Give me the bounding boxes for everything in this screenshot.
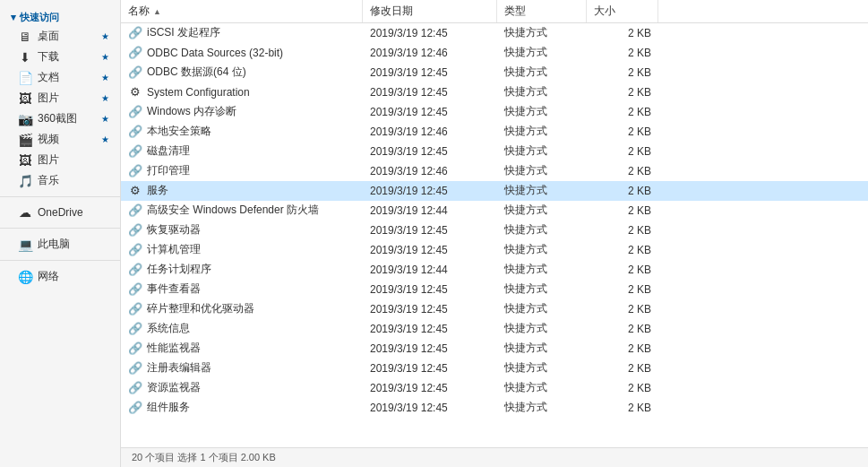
- sidebar-item-icon-3: 🖼: [18, 91, 32, 106]
- file-type-cell: 快捷方式: [497, 143, 587, 159]
- table-row[interactable]: 🔗 计算机管理 2019/3/19 12:45 快捷方式 2 KB: [121, 240, 868, 260]
- table-row[interactable]: 🔗 碎片整理和优化驱动器 2019/3/19 12:45 快捷方式 2 KB: [121, 299, 868, 319]
- col-header-name[interactable]: 名称 ▲: [121, 0, 363, 22]
- file-size-cell: 2 KB: [587, 27, 658, 39]
- table-row[interactable]: ⚙ System Configuration 2019/3/19 12:45 快…: [121, 82, 868, 102]
- file-type-cell: 快捷方式: [497, 203, 587, 218]
- file-date-cell: 2019/3/19 12:45: [363, 106, 497, 118]
- file-name: 高级安全 Windows Defender 防火墙: [147, 203, 319, 218]
- file-date-cell: 2019/3/19 12:45: [363, 224, 497, 237]
- sidebar-item-icon-0: 🖥: [18, 30, 32, 44]
- file-name-cell: 🔗 系统信息: [121, 321, 363, 336]
- sidebar-item-onedrive[interactable]: ☁ OneDrive: [0, 203, 120, 222]
- file-date-cell: 2019/3/19 12:45: [363, 244, 497, 256]
- table-row[interactable]: 🔗 打印管理 2019/3/19 12:46 快捷方式 2 KB: [121, 161, 868, 181]
- col-name-label: 名称: [128, 4, 150, 19]
- table-row[interactable]: 🔗 任务计划程序 2019/3/19 12:44 快捷方式 2 KB: [121, 260, 868, 280]
- table-row[interactable]: 🔗 事件查看器 2019/3/19 12:45 快捷方式 2 KB: [121, 280, 868, 299]
- table-row[interactable]: 🔗 Windows 内存诊断 2019/3/19 12:45 快捷方式 2 KB: [121, 102, 868, 122]
- table-row[interactable]: 🔗 ODBC 数据源(64 位) 2019/3/19 12:45 快捷方式 2 …: [121, 63, 868, 82]
- sidebar-item-4[interactable]: 📷 360截图 ★: [0, 108, 120, 129]
- file-name-cell: 🔗 性能监视器: [121, 341, 363, 356]
- file-date-cell: 2019/3/19 12:44: [363, 204, 497, 217]
- file-date-cell: 2019/3/19 12:46: [363, 165, 497, 177]
- table-row[interactable]: 🔗 系统信息 2019/3/19 12:45 快捷方式 2 KB: [121, 319, 868, 339]
- file-name-cell: 🔗 注册表编辑器: [121, 360, 363, 376]
- table-row[interactable]: 🔗 注册表编辑器 2019/3/19 12:45 快捷方式 2 KB: [121, 359, 868, 378]
- file-size-cell: 2 KB: [587, 204, 658, 217]
- file-type-cell: 快捷方式: [497, 25, 587, 40]
- file-name-cell: 🔗 ODBC Data Sources (32-bit): [121, 46, 363, 60]
- file-icon: 🔗: [128, 361, 142, 376]
- sidebar-item-7[interactable]: 🎵 音乐: [0, 170, 120, 191]
- file-date-cell: 2019/3/19 12:45: [363, 145, 497, 158]
- onedrive-label: OneDrive: [38, 206, 83, 219]
- pin-icon: ★: [101, 114, 109, 124]
- table-row[interactable]: 🔗 资源监视器 2019/3/19 12:45 快捷方式 2 KB: [121, 378, 868, 398]
- file-size-cell: 2 KB: [587, 224, 658, 237]
- file-size-cell: 2 KB: [587, 125, 658, 138]
- network-label: 网络: [38, 269, 59, 284]
- file-size-cell: 2 KB: [587, 264, 658, 276]
- quick-access-header[interactable]: ▾ 快速访问: [0, 7, 120, 26]
- table-row[interactable]: 🔗 恢复驱动器 2019/3/19 12:45 快捷方式 2 KB: [121, 221, 868, 240]
- file-icon: ⚙: [128, 184, 142, 198]
- file-name: 碎片整理和优化驱动器: [147, 301, 254, 316]
- pin-icon: ★: [101, 52, 109, 62]
- table-row[interactable]: ⚙ 服务 2019/3/19 12:45 快捷方式 2 KB: [121, 181, 868, 201]
- file-type-cell: 快捷方式: [497, 281, 587, 297]
- file-size-cell: 2 KB: [587, 342, 658, 355]
- file-date-cell: 2019/3/19 12:45: [363, 27, 497, 39]
- table-row[interactable]: 🔗 磁盘清理 2019/3/19 12:45 快捷方式 2 KB: [121, 142, 868, 161]
- col-header-size[interactable]: 大小: [587, 0, 658, 22]
- file-name: 资源监视器: [147, 380, 201, 395]
- sidebar-item-0[interactable]: 🖥 桌面 ★: [0, 26, 120, 47]
- pin-icon: ★: [101, 31, 109, 41]
- sidebar-item-network[interactable]: 🌐 网络: [0, 266, 120, 287]
- file-date-cell: 2019/3/19 12:45: [363, 283, 497, 296]
- main-content: 名称 ▲ 修改日期 类型 大小 🔗 iSCSI 发起程序 2019/3/19 1…: [121, 0, 868, 467]
- col-date-label: 修改日期: [370, 4, 413, 19]
- table-row[interactable]: 🔗 高级安全 Windows Defender 防火墙 2019/3/19 12…: [121, 201, 868, 221]
- sidebar-item-icon-2: 📄: [18, 71, 32, 85]
- file-name-cell: 🔗 恢复驱动器: [121, 222, 363, 238]
- file-name-cell: 🔗 任务计划程序: [121, 262, 363, 277]
- file-icon: 🔗: [128, 342, 142, 356]
- sidebar-item-1[interactable]: ⬇ 下载 ★: [0, 47, 120, 67]
- table-row[interactable]: 🔗 ODBC Data Sources (32-bit) 2019/3/19 1…: [121, 43, 868, 63]
- file-type-cell: 快捷方式: [497, 360, 587, 376]
- sidebar-item-5[interactable]: 🎬 视频 ★: [0, 129, 120, 150]
- file-date-cell: 2019/3/19 12:45: [363, 185, 497, 197]
- file-type-cell: 快捷方式: [497, 45, 587, 60]
- file-type-cell: 快捷方式: [497, 65, 587, 80]
- file-date-cell: 2019/3/19 12:46: [363, 125, 497, 138]
- sidebar-item-label-7: 音乐: [38, 173, 59, 188]
- file-name: 性能监视器: [147, 341, 201, 356]
- sidebar-item-label-4: 360截图: [38, 111, 77, 126]
- table-row[interactable]: 🔗 本地安全策略 2019/3/19 12:46 快捷方式 2 KB: [121, 122, 868, 142]
- file-icon: 🔗: [128, 243, 142, 257]
- sidebar-item-2[interactable]: 📄 文档 ★: [0, 67, 120, 88]
- file-name-cell: 🔗 计算机管理: [121, 242, 363, 257]
- col-header-type[interactable]: 类型: [497, 0, 587, 22]
- col-type-label: 类型: [504, 4, 526, 19]
- file-name-cell: 🔗 打印管理: [121, 163, 363, 178]
- file-size-cell: 2 KB: [587, 165, 658, 177]
- file-name: 事件查看器: [147, 281, 201, 297]
- file-icon: 🔗: [128, 65, 142, 80]
- sidebar-item-thispc[interactable]: 💻 此电脑: [0, 234, 120, 255]
- sidebar-item-3[interactable]: 🖼 图片 ★: [0, 88, 120, 108]
- sidebar: ▾ 快速访问 🖥 桌面 ★ ⬇ 下载 ★ 📄 文档 ★ 🖼 图片 ★ 📷 360…: [0, 0, 121, 467]
- file-list-header: 名称 ▲ 修改日期 类型 大小: [121, 0, 868, 23]
- file-name-cell: 🔗 组件服务: [121, 400, 363, 415]
- file-icon: ⚙: [128, 85, 142, 99]
- col-header-date[interactable]: 修改日期: [363, 0, 497, 22]
- table-row[interactable]: 🔗 组件服务 2019/3/19 12:45 快捷方式 2 KB: [121, 398, 868, 418]
- table-row[interactable]: 🔗 iSCSI 发起程序 2019/3/19 12:45 快捷方式 2 KB: [121, 23, 868, 43]
- file-name: ODBC Data Sources (32-bit): [147, 47, 283, 59]
- file-date-cell: 2019/3/19 12:45: [363, 323, 497, 335]
- file-icon: 🔗: [128, 282, 142, 297]
- table-row[interactable]: 🔗 性能监视器 2019/3/19 12:45 快捷方式 2 KB: [121, 339, 868, 359]
- sidebar-item-6[interactable]: 🖼 图片: [0, 150, 120, 170]
- file-date-cell: 2019/3/19 12:45: [363, 402, 497, 414]
